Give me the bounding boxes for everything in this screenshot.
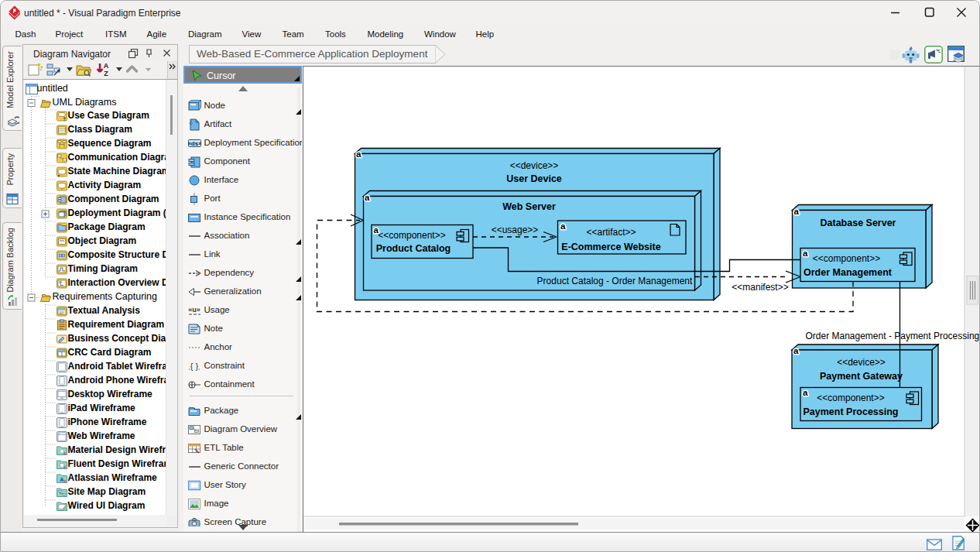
svg-text:a: a: [560, 221, 566, 231]
svg-text:a: a: [365, 193, 370, 202]
svg-text:«ds»: «ds»: [188, 140, 201, 147]
svg-text:<<artifact>>: <<artifact>>: [586, 227, 636, 238]
svg-text:Payment Gateway: Payment Gateway: [820, 371, 903, 382]
svg-text:Database Server: Database Server: [821, 218, 896, 228]
svg-text:Product Catalog - Order Manage: Product Catalog - Order Management: [537, 276, 693, 286]
svg-text:Product Catalog: Product Catalog: [376, 243, 451, 254]
svg-text:<<device>>: <<device>>: [837, 357, 886, 368]
svg-text:Web Server: Web Server: [502, 201, 556, 212]
svg-text:a: a: [793, 346, 799, 355]
svg-text:<<manifest>>: <<manifest>>: [732, 282, 788, 293]
svg-text:a: a: [356, 149, 362, 159]
svg-text:<<device>>: <<device>>: [510, 160, 559, 171]
svg-text:A: A: [104, 62, 109, 70]
svg-text:a: a: [794, 207, 800, 216]
svg-text:a: a: [803, 249, 808, 258]
svg-text:<<component>>: <<component>>: [378, 230, 445, 241]
svg-text:Order Management: Order Management: [804, 267, 893, 278]
svg-text:User Device: User Device: [506, 173, 562, 184]
svg-text:E-Commerce Website: E-Commerce Website: [561, 242, 660, 252]
svg-text:a: a: [803, 388, 808, 397]
svg-text:Payment Processing: Payment Processing: [804, 406, 899, 417]
svg-text:{ }: { }: [190, 362, 199, 371]
svg-text:Order Management - Payment Pro: Order Management - Payment Processing: [806, 331, 980, 341]
svg-text:<<component>>: <<component>>: [817, 393, 884, 403]
svg-text:<<usage>>: <<usage>>: [492, 225, 539, 235]
svg-text:<<component>>: <<component>>: [813, 253, 880, 264]
svg-text:Z: Z: [104, 70, 108, 77]
svg-text:«u»: «u»: [188, 306, 200, 314]
